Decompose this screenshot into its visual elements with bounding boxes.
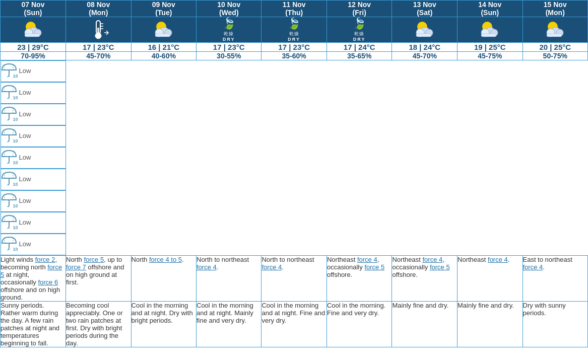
weather-description: Mainly fine and dry. [392, 302, 457, 309]
cell-header-day-0: 07 Nov(Sun) [1, 1, 66, 17]
day-of-week: (Sat) [392, 9, 457, 17]
umbrella-icon: 10 [1, 193, 17, 208]
weather-icon-6 [410, 17, 440, 42]
rain-number: 10 [13, 182, 18, 187]
cell-humidity-day-4: 35-60% [262, 52, 326, 60]
weather-icon-2 [149, 17, 179, 42]
wind-force-link[interactable]: force 6 [38, 278, 58, 286]
cell-icon-day-8 [522, 17, 588, 43]
humidity: 45-70% [392, 52, 457, 60]
umbrella-icon: 10 [1, 150, 17, 165]
weather-icon-7 [475, 17, 505, 42]
cell-wind-day-0: Light winds force 2, becoming north forc… [1, 256, 66, 302]
weather-description: Becoming cool appreciably. One or two ra… [66, 302, 131, 347]
cell-desc-day-0: Sunny periods. Rather warm during the da… [1, 302, 66, 347]
temperature: 17 | 24°C [327, 43, 392, 51]
wind-force-link[interactable]: force 5 [430, 263, 450, 271]
cell-temp-day-1: 17 | 23°C [66, 43, 132, 52]
weather-description: Sunny periods. Rather warm during the da… [1, 302, 66, 347]
rain-number: 10 [13, 95, 18, 100]
humidity: 40-60% [132, 52, 196, 60]
weather-icon-5: 🍃 乾燥 DRY [344, 17, 374, 42]
temperature: 19 | 25°C [458, 43, 522, 51]
cell-icon-day-6 [392, 17, 458, 43]
day-of-week: (Sun) [458, 9, 522, 17]
wind-force-link[interactable]: force 4 [197, 263, 217, 271]
wind-force-link[interactable]: force 5 [364, 263, 384, 271]
wind-force-link[interactable]: force 4 [422, 256, 442, 263]
cell-rain-day-0: 10 Low [1, 60, 66, 82]
wind-description: North force 5, up to force 7 offshore an… [66, 256, 131, 286]
cell-humidity-day-2: 40-60% [131, 52, 196, 60]
cell-icon-day-4: 🍃 乾燥 DRY [262, 17, 326, 43]
cell-temp-day-7: 19 | 25°C [458, 43, 522, 52]
wind-force-link[interactable]: force 5 [84, 256, 104, 263]
wind-description: East to northeast force 4. [523, 256, 588, 271]
cell-desc-day-1: Becoming cool appreciably. One or two ra… [66, 302, 132, 347]
day-date: 09 Nov [132, 1, 196, 9]
wind-force-link[interactable]: force 7 [66, 263, 86, 271]
cell-wind-day-3: North to northeast force 4. [197, 256, 262, 302]
humidity: 35-65% [327, 52, 392, 60]
cell-header-day-8: 15 Nov(Mon) [522, 1, 588, 17]
wind-description: Northeast force 4, occasionally force 5 … [327, 256, 392, 278]
cell-humidity-day-8: 50-75% [522, 52, 588, 60]
weather-description: Mainly fine and dry. [458, 302, 522, 309]
wind-force-link[interactable]: force 4 [488, 256, 508, 263]
rain-label: Low [19, 132, 31, 139]
wind-description: North force 4 to 5. [132, 256, 196, 263]
cell-header-day-5: 12 Nov(Fri) [326, 1, 392, 17]
wind-force-link[interactable]: force 4 [357, 256, 377, 263]
rain-number: 10 [13, 74, 18, 79]
svg-rect-15 [155, 34, 170, 37]
rain-number: 10 [13, 203, 18, 208]
humidity: 70-95% [1, 52, 66, 60]
day-date: 15 Nov [523, 1, 588, 9]
day-date: 11 Nov [262, 1, 326, 9]
temperature: 18 | 24°C [392, 43, 457, 51]
temperature: 17 | 23°C [66, 43, 131, 51]
rain-number: 10 [13, 160, 18, 165]
svg-rect-20 [416, 34, 431, 37]
cell-rain-day-5: 10 Low [1, 169, 66, 190]
weather-icon-0 [18, 17, 48, 42]
cell-header-day-3: 10 Nov(Wed) [197, 1, 262, 17]
umbrella-icon: 10 [1, 214, 17, 230]
umbrella-icon: 10 [1, 85, 17, 100]
umbrella-icon: 10 [1, 236, 17, 252]
temperature: 16 | 21°C [132, 43, 196, 51]
rain-label: Low [19, 110, 31, 118]
rain-label: Low [19, 197, 31, 204]
weather-icon-1 [83, 17, 113, 42]
cell-temp-day-0: 23 | 29°C [1, 43, 66, 52]
day-of-week: (Fri) [327, 9, 392, 17]
wind-force-link[interactable]: force 5 [1, 263, 62, 278]
wind-description: Light winds force 2, becoming north forc… [1, 256, 66, 301]
weather-description: Dry with sunny periods. [523, 302, 588, 317]
cell-desc-day-4: Cool in the morning and at night. Fine a… [262, 302, 326, 347]
wind-force-link[interactable]: force 2 [35, 256, 55, 263]
cell-temp-day-8: 20 | 25°C [522, 43, 588, 52]
cell-wind-day-6: Northeast force 4, occasionally force 5 … [392, 256, 458, 302]
cell-humidity-day-7: 45-75% [458, 52, 522, 60]
cell-humidity-day-6: 45-70% [392, 52, 458, 60]
wind-description: Northeast force 4. [458, 256, 522, 263]
wind-force-link[interactable]: force 4 [523, 263, 543, 271]
day-of-week: (Thu) [262, 9, 326, 17]
weather-icon-4: 🍃 乾燥 DRY [279, 17, 309, 42]
wind-force-link[interactable]: force 4 [262, 263, 282, 271]
cell-icon-day-2 [131, 17, 196, 43]
cell-temp-day-2: 16 | 21°C [131, 43, 196, 52]
svg-rect-4 [25, 34, 40, 37]
cell-humidity-day-5: 35-65% [326, 52, 392, 60]
humidity: 50-75% [523, 52, 588, 60]
cell-desc-day-6: Mainly fine and dry. [392, 302, 458, 347]
wind-force-link[interactable]: force 4 to 5 [149, 256, 182, 263]
wind-description: North to northeast force 4. [197, 256, 261, 271]
weather-icon-3: 🍃 乾燥 DRY [214, 17, 244, 42]
rain-number: 10 [13, 117, 18, 122]
day-of-week: (Tue) [132, 9, 196, 17]
temperature: 23 | 29°C [1, 43, 66, 51]
day-date: 14 Nov [458, 1, 522, 9]
rain-label: Low [19, 154, 31, 161]
